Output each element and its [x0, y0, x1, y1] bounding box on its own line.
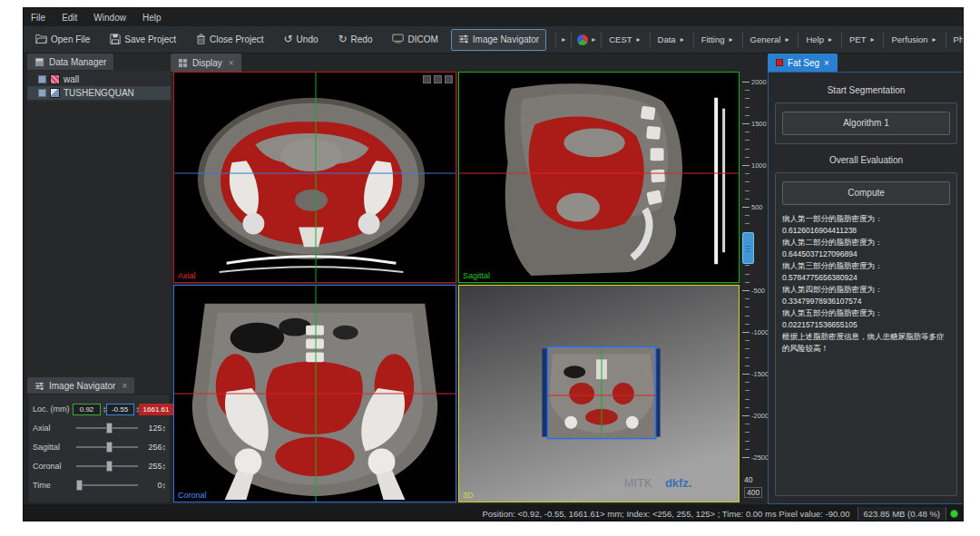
time-slider-row: Time0▴▾: [33, 476, 165, 495]
toolbar-separator: [693, 33, 694, 47]
close-icon[interactable]: ×: [229, 58, 234, 68]
image-navigator-icon: [458, 34, 469, 46]
slider-handle[interactable]: [76, 480, 83, 491]
toolbar-separator: [883, 33, 884, 47]
dkfz-watermark: dkfz.: [665, 476, 691, 490]
view-menu-pet[interactable]: PET▸: [846, 33, 880, 46]
sagittal-slider-row: Sagittal256▴▾: [33, 438, 165, 457]
result-line: 病人第五部分的脂肪密度为：0.0221571536655105: [782, 307, 950, 331]
close-icon[interactable]: ×: [122, 381, 127, 391]
loc-label: Loc. (mm): [33, 404, 73, 414]
result-line: 病人第三部分的脂肪密度为：0.5784775656380924: [782, 260, 950, 284]
spin-buttons-icon[interactable]: ▴▾: [162, 424, 165, 432]
submenu-arrow-icon: ▸: [933, 35, 936, 44]
tab-fat-seg[interactable]: Fat Seg ×: [768, 54, 838, 72]
algorithm-1-button[interactable]: Algorithm 1: [782, 112, 950, 135]
viewport-3d[interactable]: MITK dkfz. 3D: [458, 285, 740, 502]
viewport-sagittal[interactable]: Sagittal: [458, 72, 740, 283]
pin-icon[interactable]: [423, 75, 431, 83]
fullscreen-icon[interactable]: [445, 75, 453, 83]
toolbar-separator: [571, 33, 572, 47]
tab-display[interactable]: Display ×: [171, 54, 241, 72]
open-file-button[interactable]: Open File: [28, 29, 97, 50]
close-project-button[interactable]: Close Project: [189, 29, 270, 51]
level-window-tick: -2500: [742, 453, 769, 462]
data-manager-icon: [34, 57, 44, 67]
close-icon[interactable]: ×: [824, 58, 829, 68]
level-window-tick: -1000: [742, 328, 769, 336]
viewport-corner-buttons: [423, 75, 453, 83]
level-window-minor-ticks: [745, 82, 750, 458]
data-node-wall[interactable]: wall: [27, 73, 171, 86]
menu-file[interactable]: File: [31, 13, 45, 23]
sagittal-slider[interactable]: [76, 446, 138, 448]
slider-label: Sagittal: [33, 443, 73, 452]
undo-button[interactable]: ↺Undo: [277, 30, 326, 49]
tab-label: Display: [192, 58, 222, 68]
loc-field-green[interactable]: 0.92▴▾: [73, 404, 106, 415]
slider-handle[interactable]: [106, 442, 113, 453]
view-menu-help[interactable]: Help▸: [802, 33, 838, 46]
visibility-checkbox[interactable]: [38, 89, 46, 97]
tab-image-navigator[interactable]: Image Navigator ×: [27, 377, 134, 394]
view-menu-photoacoustics[interactable]: Photoacoustics▸: [950, 33, 963, 46]
level-window-tick: 1000: [742, 161, 767, 170]
data-node-tushengquan[interactable]: TUSHENGQUAN: [27, 86, 171, 100]
submenu-arrow-icon: ▸: [637, 35, 641, 44]
visibility-checkbox[interactable]: [38, 75, 46, 83]
viewport-label: Sagittal: [463, 271, 490, 280]
time-slider[interactable]: [76, 484, 138, 486]
submenu-arrow-icon: ▸: [681, 35, 684, 44]
segmentation-group: Algorithm 1: [775, 102, 957, 144]
slider-label: Axial: [33, 424, 73, 433]
toolbar-separator: [798, 33, 799, 47]
spin-buttons-icon[interactable]: ▴▾: [162, 463, 165, 470]
color-palette-icon[interactable]: [577, 34, 588, 45]
image-navigator-body: Loc. (mm) 0.92▴▾-0.55▴▾1661.61▴▾ Axial12…: [27, 394, 171, 503]
slider-label: Time: [33, 481, 73, 490]
toolbar-separator: [946, 33, 946, 47]
slider-handle[interactable]: [106, 461, 113, 472]
axial-ct-image: [174, 73, 456, 282]
overall-evaluation-title: Overall Evaluation: [775, 155, 957, 165]
view-menu-general[interactable]: General▸: [747, 33, 795, 46]
spin-buttons-icon[interactable]: ▴▾: [162, 482, 165, 489]
view-menu-data[interactable]: Data▸: [654, 33, 690, 46]
slider-handle[interactable]: [106, 423, 113, 434]
threed-scene: MITK dkfz.: [459, 286, 739, 502]
level-window-slider[interactable]: 200015001000500-500-1000-1500-2000-2500 …: [742, 72, 767, 504]
tab-data-manager[interactable]: Data Manager: [27, 54, 113, 70]
view-menu-cest[interactable]: CEST▸: [605, 33, 645, 46]
redo-button[interactable]: ↻Redo: [331, 30, 380, 49]
slider-value: 125: [142, 424, 162, 433]
layout-menu-icon[interactable]: [434, 75, 442, 83]
position-status-text: Position: <0.92, -0.55, 1661.61> mm; Ind…: [482, 509, 849, 519]
slider-value: 256: [142, 443, 162, 452]
image-navigator-button[interactable]: Image Navigator: [451, 29, 546, 51]
dicom-button[interactable]: DICOM: [385, 29, 445, 50]
menu-help[interactable]: Help: [142, 13, 162, 23]
loc-field-blue[interactable]: -0.55▴▾: [106, 404, 140, 415]
axial-slider[interactable]: [76, 427, 138, 429]
view-menu-fitting[interactable]: Fitting▸: [698, 33, 739, 46]
sagittal-ct-image: [459, 73, 739, 282]
submenu-arrow-icon: ▸: [562, 35, 565, 44]
tab-label: Data Manager: [49, 57, 106, 67]
viewport-axial[interactable]: Axial: [173, 72, 456, 283]
viewport-coronal[interactable]: Coronal: [173, 285, 456, 502]
view-menu-perfusion[interactable]: Perfusion▸: [887, 33, 941, 46]
level-window-handle[interactable]: [742, 232, 754, 264]
compute-button[interactable]: Compute: [782, 181, 950, 205]
result-line: 病人第四部分的脂肪密度为：0.33479978936107574: [782, 284, 950, 307]
level-window-tick: -2000: [742, 412, 769, 420]
menu-window[interactable]: Window: [93, 13, 126, 23]
menu-edit[interactable]: Edit: [62, 13, 77, 23]
spin-buttons-icon[interactable]: ▴▾: [162, 443, 165, 451]
loc-fields: 0.92▴▾-0.55▴▾1661.61▴▾: [73, 404, 179, 415]
toolbar-buttons: Open FileSave ProjectClose Project↺Undo↻…: [28, 29, 552, 51]
slider-label: Coronal: [33, 462, 73, 471]
coronal-slider[interactable]: [76, 465, 138, 467]
toolbar-separator: [841, 33, 842, 47]
image-node-icon: [50, 88, 60, 98]
save-project-button[interactable]: Save Project: [103, 29, 183, 51]
